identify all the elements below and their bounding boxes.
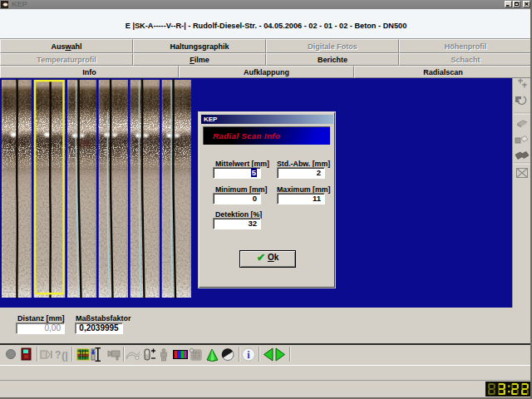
svg-text:(|: (| (62, 349, 68, 362)
svg-text:?: ? (55, 349, 61, 361)
